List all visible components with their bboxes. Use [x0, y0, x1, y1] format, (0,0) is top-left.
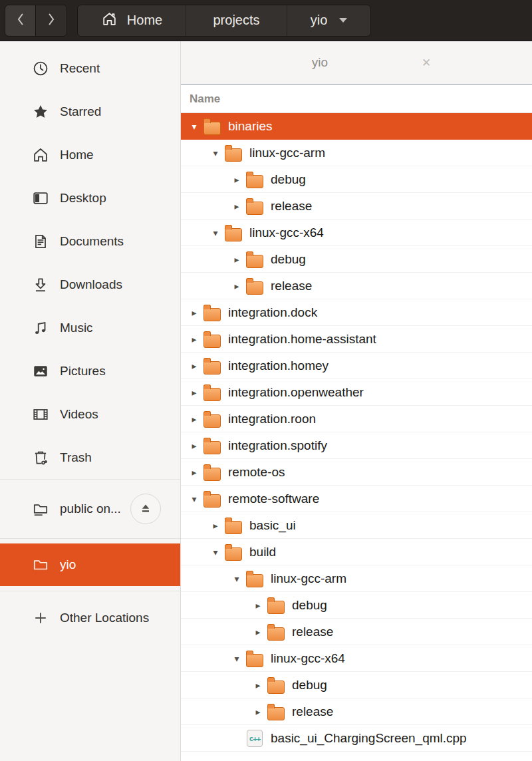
tree-row-label: remote-os [228, 465, 285, 480]
breadcrumb-projects[interactable]: projects [186, 5, 287, 36]
headerbar: Home projects yio [0, 0, 532, 41]
tree-row-linux-gcc-x64[interactable]: ▾ linux-gcc-x64 [181, 220, 532, 246]
expander-collapsed-icon[interactable]: ▸ [253, 681, 263, 690]
tree-row-integration-dock[interactable]: ▸ integration.dock [181, 299, 532, 326]
expander-collapsed-icon[interactable]: ▸ [210, 521, 221, 530]
file-manager-window: Home projects yio Recent Starred Home De… [0, 0, 532, 761]
sidebar-item-music[interactable]: Music [0, 306, 180, 349]
sidebar-places-list: Recent Starred Home Desktop Documents Do… [0, 47, 180, 479]
expander-expanded-icon[interactable]: ▾ [210, 148, 221, 158]
tree-row-binaries[interactable]: ▾ binaries [181, 113, 532, 140]
nav-buttons [5, 5, 67, 37]
sidebar-item-recent[interactable]: Recent [0, 47, 180, 90]
folder-icon [31, 556, 51, 573]
tree-row-debug[interactable]: ▸ debug [181, 166, 532, 193]
file-tree: ▾ binaries ▾ linux-gcc-arm ▸ debug ▸ rel… [181, 113, 532, 761]
main-pane: yio ✕ Name ▾ binaries ▾ linux-gcc-arm ▸ … [181, 41, 532, 761]
folder-icon [246, 569, 263, 587]
tree-row-build[interactable]: ▾ build [181, 539, 532, 565]
tree-row-basic-ui[interactable]: ▸ basic_ui [181, 512, 532, 539]
folder-icon [203, 490, 221, 508]
expander-collapsed-icon[interactable]: ▸ [253, 601, 263, 610]
breadcrumb-yio[interactable]: yio [287, 5, 370, 36]
expander-collapsed-icon[interactable]: ▸ [189, 335, 200, 344]
tree-row-release[interactable]: ▸ release [181, 619, 532, 645]
breadcrumb-home[interactable]: Home [78, 5, 186, 36]
home-icon [31, 146, 51, 164]
close-icon: ✕ [422, 57, 431, 69]
back-button[interactable] [5, 5, 36, 36]
sidebar-item-documents[interactable]: Documents [0, 220, 180, 263]
sidebar-item-public-on[interactable]: public on... [0, 480, 180, 538]
tree-row-debug[interactable]: ▸ debug [181, 246, 532, 273]
sidebar-item-label: Recent [60, 61, 100, 76]
expander-expanded-icon[interactable]: ▾ [189, 122, 200, 131]
expander-collapsed-icon[interactable]: ▸ [189, 468, 200, 477]
tree-row-label: linux-gcc-x64 [271, 651, 345, 666]
sidebar-item-other-locations[interactable]: Other Locations [0, 591, 180, 645]
expander-collapsed-icon[interactable]: ▸ [231, 255, 242, 264]
tree-row-debug[interactable]: ▸ debug [181, 592, 532, 619]
tree-row-label: integration.spotify [228, 438, 327, 453]
expander-collapsed-icon[interactable]: ▸ [231, 175, 242, 184]
sidebar-item-label: Videos [60, 407, 98, 422]
sidebar-item-trash[interactable]: Trash [0, 436, 180, 479]
expander-expanded-icon[interactable]: ▾ [189, 494, 200, 504]
tree-row-integration-home-assistant[interactable]: ▸ integration.home-assistant [181, 326, 532, 353]
tree-row-integration-homey[interactable]: ▸ integration.homey [181, 353, 532, 379]
sidebar-item-desktop[interactable]: Desktop [0, 176, 180, 220]
tree-row-release[interactable]: ▸ release [181, 273, 532, 299]
sidebar-item-starred[interactable]: Starred [0, 90, 180, 133]
expander-collapsed-icon[interactable]: ▸ [189, 388, 200, 397]
expander-expanded-icon[interactable]: ▾ [231, 574, 242, 583]
expander-collapsed-icon[interactable]: ▸ [189, 414, 200, 424]
tree-row-release[interactable]: ▸ release [181, 193, 532, 220]
forward-button[interactable] [36, 5, 66, 36]
folder-icon [225, 543, 242, 561]
breadcrumb-label: Home [127, 13, 162, 28]
expander-collapsed-icon[interactable]: ▸ [253, 707, 263, 716]
star-icon [31, 103, 51, 120]
tree-row-linux-gcc-arm[interactable]: ▾ linux-gcc-arm [181, 140, 532, 166]
column-header-name[interactable]: Name [181, 85, 532, 113]
expander-expanded-icon[interactable]: ▾ [210, 228, 221, 237]
tree-row-release[interactable]: ▸ release [181, 698, 532, 725]
chevron-right-icon [44, 11, 59, 30]
tree-row-integration-openweather[interactable]: ▸ integration.openweather [181, 379, 532, 406]
expander-collapsed-icon[interactable]: ▸ [189, 308, 200, 317]
expander-collapsed-icon[interactable]: ▸ [253, 627, 263, 637]
eject-button[interactable] [130, 494, 161, 524]
folder-icon [203, 117, 221, 135]
tree-row-linux-gcc-x64[interactable]: ▾ linux-gcc-x64 [181, 645, 532, 672]
tree-row-label: debug [271, 172, 306, 187]
sidebar-item-downloads[interactable]: Downloads [0, 263, 180, 306]
tree-row-linux-gcc-arm[interactable]: ▾ linux-gcc-arm [181, 565, 532, 592]
expander-expanded-icon[interactable]: ▾ [231, 654, 242, 663]
tree-row-debug[interactable]: ▸ debug [181, 672, 532, 698]
folder-icon [203, 303, 221, 321]
tree-row-remote-software[interactable]: ▾ remote-software [181, 486, 532, 512]
sidebar-item-videos[interactable]: Videos [0, 392, 180, 436]
eject-icon [139, 502, 152, 517]
tree-row-label: integration.home-assistant [228, 332, 376, 347]
tree-row-remote-os[interactable]: ▸ remote-os [181, 459, 532, 486]
sidebar-item-pictures[interactable]: Pictures [0, 349, 180, 392]
close-tab-button[interactable]: ✕ [422, 56, 431, 70]
folder-icon [246, 649, 263, 667]
sidebar-item-label: Downloads [60, 277, 122, 292]
sidebar-item-yio[interactable]: yio [0, 543, 180, 586]
tree-row-integration-roon[interactable]: ▸ integration.roon [181, 406, 532, 432]
sidebar-item-home[interactable]: Home [0, 133, 180, 176]
tree-row-label: remote-software [228, 492, 319, 506]
tree-row-integration-spotify[interactable]: ▸ integration.spotify [181, 432, 532, 459]
chevron-left-icon [13, 11, 28, 30]
expander-collapsed-icon[interactable]: ▸ [231, 202, 242, 211]
tree-row-label: release [271, 199, 312, 214]
expander-collapsed-icon[interactable]: ▸ [189, 441, 200, 450]
tree-row-basic-ui-chargingscreen-qml-cpp[interactable]: c++ basic_ui_ChargingScreen_qml.cpp [181, 725, 532, 752]
expander-collapsed-icon[interactable]: ▸ [231, 281, 242, 291]
expander-collapsed-icon[interactable]: ▸ [189, 361, 200, 371]
chevron-down-icon [339, 18, 347, 23]
expander-expanded-icon[interactable]: ▾ [210, 547, 221, 557]
tab-yio[interactable]: yio [312, 55, 328, 70]
